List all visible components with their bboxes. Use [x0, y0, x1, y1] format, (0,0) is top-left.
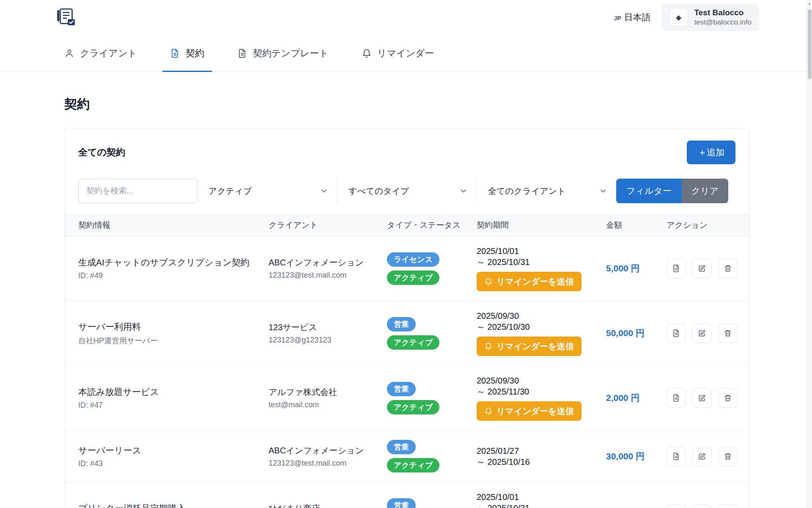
delete-contract-button[interactable] — [718, 505, 738, 508]
delete-contract-button[interactable] — [718, 259, 738, 278]
client-select-value: 全てのクライアント — [488, 185, 566, 197]
filter-button[interactable]: フィルター — [616, 179, 682, 203]
chevron-down-icon — [319, 186, 329, 196]
period-cell: 2025/09/30 ～ 2025/11/30 リマインダーを送信 — [477, 375, 606, 421]
search-input[interactable] — [78, 179, 198, 203]
col-header-amount: 金額 — [606, 220, 667, 231]
bell-icon — [484, 407, 493, 415]
view-contract-button[interactable] — [667, 259, 686, 278]
actions-cell — [667, 259, 738, 278]
edit-icon — [698, 452, 706, 461]
contract-subtitle: ID: #49 — [78, 271, 269, 280]
actions-cell — [667, 323, 738, 343]
contract-title: サーバーリース — [78, 444, 269, 456]
client-cell: ABCインフォメーション 123123@test.mail.com — [269, 257, 387, 280]
tab-clients[interactable]: クライアント — [57, 35, 145, 72]
period-start: 2025/10/01 — [477, 246, 606, 257]
table-row: 生成AIチャットのサブスクリプション契約 ID: #49 ABCインフォメーショ… — [65, 236, 749, 301]
contract-subtitle: ID: #43 — [78, 459, 269, 468]
clear-button[interactable]: クリア — [682, 179, 728, 203]
edit-contract-button[interactable] — [692, 388, 712, 408]
edit-icon — [698, 264, 706, 273]
contract-info-cell: 生成AIチャットのサブスクリプション契約 ID: #49 — [78, 257, 269, 280]
language-selector[interactable]: JP 日本語 — [614, 11, 650, 23]
document-icon — [672, 452, 680, 461]
table-row: サーバーリース ID: #43 ABCインフォメーション 123123@test… — [65, 431, 749, 482]
edit-contract-button[interactable] — [692, 447, 712, 466]
scrollbar-thumb[interactable] — [808, 9, 812, 79]
edit-contract-button[interactable] — [692, 505, 712, 508]
edit-icon — [698, 329, 706, 337]
amount: 2,000 円 — [606, 392, 667, 404]
tab-contracts[interactable]: 契約 — [162, 35, 212, 72]
col-header-type-status: タイプ・ステータス — [387, 220, 477, 231]
trash-icon — [724, 394, 732, 402]
amount: 50,000 円 — [606, 327, 667, 339]
period-start: 2025/01/27 — [477, 445, 606, 456]
send-reminder-button[interactable]: リマインダーを送信 — [477, 401, 582, 421]
tab-contract-templates[interactable]: 契約テンプレート — [230, 35, 336, 72]
panel-header: 全ての契約 ＋追加 — [65, 129, 749, 176]
client-name: 123サービス — [269, 322, 387, 333]
client-cell: ひだまり商店 test-hidamari@test.mail.com — [269, 503, 387, 508]
edit-contract-button[interactable] — [692, 323, 712, 343]
delete-contract-button[interactable] — [718, 323, 738, 343]
view-contract-button[interactable] — [667, 447, 686, 466]
type-badge: 営業 — [387, 440, 416, 454]
document-icon — [170, 48, 180, 58]
status-badge: アクティブ — [387, 400, 439, 414]
client-email: 123123@g123123 — [269, 336, 387, 345]
view-contract-button[interactable] — [667, 388, 686, 408]
app-logo-icon[interactable] — [55, 7, 77, 28]
bell-icon — [484, 277, 493, 286]
col-header-contract-info: 契約情報 — [78, 220, 269, 231]
contract-subtitle: 自社HP運営用サーバー — [78, 336, 269, 346]
period-end: ～ 2025/10/16 — [477, 456, 606, 467]
type-badge: ライセンス — [387, 252, 439, 267]
delete-contract-button[interactable] — [718, 388, 738, 408]
col-header-actions: アクション — [667, 220, 735, 231]
send-reminder-label: リマインダーを送信 — [497, 406, 574, 417]
scrollbar-up-arrow[interactable]: ▲ — [807, 2, 812, 6]
scrollbar-track[interactable]: ▲ — [807, 0, 812, 508]
document-icon — [237, 48, 247, 58]
period-cell: 2025/10/01 ～ 2025/10/31 リマインダーを送信 — [477, 491, 606, 508]
diamond-icon: ◆ — [676, 13, 681, 22]
contract-info-cell: サーバーリース ID: #43 — [78, 444, 269, 468]
status-select[interactable]: アクティブ — [198, 179, 337, 203]
type-status-cell: 営業 アクティブ — [387, 498, 477, 508]
type-badge: 営業 — [387, 498, 416, 508]
send-reminder-label: リマインダーを送信 — [497, 276, 574, 287]
type-select-value: すべてのタイプ — [348, 185, 409, 197]
client-select[interactable]: 全てのクライアント — [477, 179, 616, 203]
contract-info-cell: 本読み放題サービス ID: #47 — [78, 386, 269, 410]
tab-label: 契約テンプレート — [253, 47, 329, 60]
document-icon — [672, 264, 680, 273]
actions-cell — [667, 447, 738, 466]
period-start: 2025/09/30 — [477, 375, 606, 386]
trash-icon — [724, 264, 732, 273]
edit-contract-button[interactable] — [692, 259, 712, 278]
trash-icon — [724, 329, 732, 337]
delete-contract-button[interactable] — [718, 447, 738, 466]
language-code: JP — [614, 15, 621, 22]
tab-reminders[interactable]: リマインダー — [354, 35, 442, 72]
language-label: 日本語 — [624, 11, 651, 23]
type-select[interactable]: すべてのタイプ — [337, 179, 477, 203]
view-contract-button[interactable] — [667, 505, 686, 508]
view-contract-button[interactable] — [667, 323, 686, 343]
period-end: ～ 2025/10/31 — [477, 257, 606, 268]
send-reminder-button[interactable]: リマインダーを送信 — [477, 272, 582, 291]
client-email: 123123@test.mail.com — [269, 271, 387, 280]
period-cell: 2025/01/27 ～ 2025/10/16 — [477, 445, 606, 467]
user-email: test@balocco.info — [694, 18, 752, 27]
user-menu[interactable]: ◆ Test Balocco test@balocco.info — [662, 4, 759, 31]
avatar: ◆ — [669, 8, 688, 27]
add-contract-button[interactable]: ＋追加 — [687, 141, 735, 164]
client-name: ABCインフォメーション — [269, 445, 387, 456]
bell-icon — [362, 48, 372, 58]
panel-title: 全ての契約 — [78, 146, 125, 159]
client-name: ひだまり商店 — [269, 503, 387, 508]
status-select-value: アクティブ — [208, 185, 252, 197]
send-reminder-button[interactable]: リマインダーを送信 — [477, 337, 582, 356]
